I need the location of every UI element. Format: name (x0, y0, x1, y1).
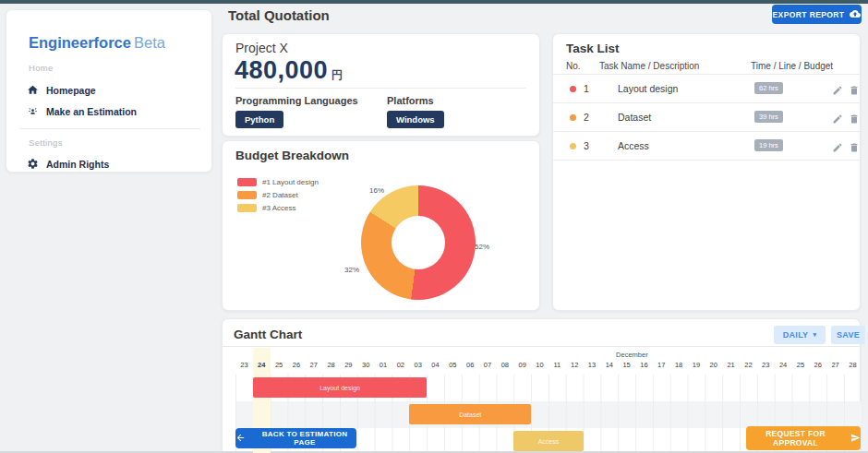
slice-label: 32% (344, 266, 359, 274)
legend-label: #1 Layout design (262, 178, 319, 186)
table-row: 2 Dataset 39 hrs (553, 102, 860, 131)
gantt-date: 16 (635, 361, 653, 372)
brand-logo[interactable]: EngineerforceBeta (29, 34, 165, 52)
gantt-date: 22 (740, 361, 757, 372)
sidebar-divider (19, 128, 200, 129)
page-title: Total Quotation (228, 7, 330, 23)
task-list-card: Task List No. Task Name / Description Ti… (552, 33, 861, 311)
sidebar-section-settings: Settings (29, 137, 63, 148)
gantt-bar-dataset[interactable]: Dataset (409, 404, 531, 424)
gantt-date: 27 (826, 361, 844, 372)
hours-badge: 39 hrs (754, 111, 783, 123)
task-list-header: No. Task Name / Description Time / Line … (553, 61, 860, 74)
task-name: Layout design (618, 83, 678, 94)
column-time: Time / Line / Budget (751, 61, 833, 71)
languages-label: Programming Languages (235, 95, 358, 106)
brand-name: Engineerforce (29, 34, 131, 51)
gantt-date: 25 (792, 361, 810, 372)
project-card: Project X 480,000 円 Programming Language… (222, 33, 540, 137)
daily-label: DAILY (783, 330, 809, 340)
gantt-month-label: December (616, 351, 648, 359)
status-dot (570, 86, 576, 92)
table-row: 3 Access 19 hrs (553, 131, 860, 160)
gantt-date: 28 (844, 361, 862, 372)
cloud-upload-icon (850, 8, 861, 21)
task-no: 2 (584, 112, 589, 123)
sidebar-item-make-estimation[interactable]: Make an Estimation (27, 105, 137, 117)
project-price: 480,000 円 (235, 56, 343, 85)
gantt-date: 29 (340, 361, 357, 372)
daily-dropdown[interactable]: DAILY ▾ (774, 326, 826, 344)
approve-button-label: REQUEST FOR APPROVAL (746, 429, 845, 447)
brand-suffix: Beta (134, 34, 165, 51)
task-name: Dataset (618, 112, 651, 123)
sidebar-item-admin-rights[interactable]: Admin Rights (27, 158, 109, 170)
gantt-date: 15 (618, 361, 635, 372)
slice-label: 16% (369, 186, 384, 195)
sidebar-item-homepage[interactable]: Homepage (27, 84, 96, 96)
platform-chip: Windows (387, 111, 444, 128)
legend-item: #3 Access (237, 204, 319, 212)
project-divider (235, 88, 526, 89)
status-dot (570, 143, 576, 149)
table-divider (553, 160, 860, 161)
page: EngineerforceBeta Home Homepage Make an … (0, 0, 868, 453)
task-no: 3 (584, 140, 589, 151)
gantt-date: 27 (305, 361, 322, 372)
gantt-date: 05 (444, 361, 462, 372)
task-name: Access (618, 140, 649, 151)
legend-label: #3 Access (262, 204, 295, 212)
sidebar-section-home: Home (29, 63, 54, 73)
request-approval-button[interactable]: REQUEST FOR APPROVAL (746, 426, 861, 450)
gantt-row (235, 401, 862, 428)
save-button[interactable]: SAVE (831, 326, 865, 344)
home-icon (27, 84, 39, 96)
legend-item: #2 Dataset (237, 191, 319, 199)
trash-icon[interactable] (849, 112, 860, 128)
gantt-date: 19 (688, 361, 705, 372)
gantt-date: 24 (253, 361, 271, 372)
edit-icon[interactable] (832, 140, 843, 157)
back-to-estimation-button[interactable]: BACK TO ESTIMATION PAGE (235, 428, 356, 448)
gantt-date: 26 (287, 361, 305, 372)
donut-hole (392, 216, 445, 269)
legend-item: #1 Layout design (237, 178, 319, 186)
gantt-date: 23 (235, 361, 253, 372)
gantt-date: 18 (670, 361, 688, 372)
gantt-date: 30 (357, 361, 375, 372)
trash-icon[interactable] (849, 83, 860, 100)
window-top-strip (0, 0, 868, 4)
gantt-date: 02 (392, 361, 409, 372)
trash-icon[interactable] (849, 140, 860, 157)
gantt-date: 17 (653, 361, 670, 372)
gantt-dates-row: 2324252627282930010203040506070809101112… (235, 361, 862, 372)
language-chip: Python (235, 111, 283, 128)
gantt-date: 21 (722, 361, 740, 372)
gantt-bar-access[interactable]: Access (513, 431, 583, 451)
gantt-date: 23 (757, 361, 775, 372)
arrow-left-icon (235, 433, 246, 445)
status-dot (570, 114, 576, 121)
sidebar: EngineerforceBeta Home Homepage Make an … (6, 9, 212, 173)
hours-badge: 62 hrs (754, 82, 783, 94)
gantt-date: 09 (513, 361, 531, 372)
save-label: SAVE (837, 330, 860, 340)
export-report-button[interactable]: EXPORT REPORT (772, 5, 862, 24)
edit-icon[interactable] (832, 83, 843, 100)
gantt-date: 24 (775, 361, 792, 372)
gantt-bar-layout-design[interactable]: Layout design (253, 377, 427, 398)
gantt-date: 03 (409, 361, 427, 372)
gantt-date: 26 (809, 361, 826, 372)
legend-swatch-orange (237, 191, 257, 199)
task-no: 1 (584, 83, 589, 94)
gantt-date: 20 (705, 361, 722, 372)
gantt-date: 12 (566, 361, 584, 372)
column-no: No. (566, 61, 581, 71)
sidebar-item-label: Make an Estimation (46, 106, 137, 117)
edit-icon[interactable] (832, 112, 843, 128)
legend-label: #2 Dataset (262, 191, 298, 199)
legend-swatch-yellow (237, 204, 257, 212)
gantt-date: 10 (531, 361, 549, 372)
gantt-title: Gantt Chart (234, 328, 302, 341)
gear-icon (27, 158, 39, 170)
